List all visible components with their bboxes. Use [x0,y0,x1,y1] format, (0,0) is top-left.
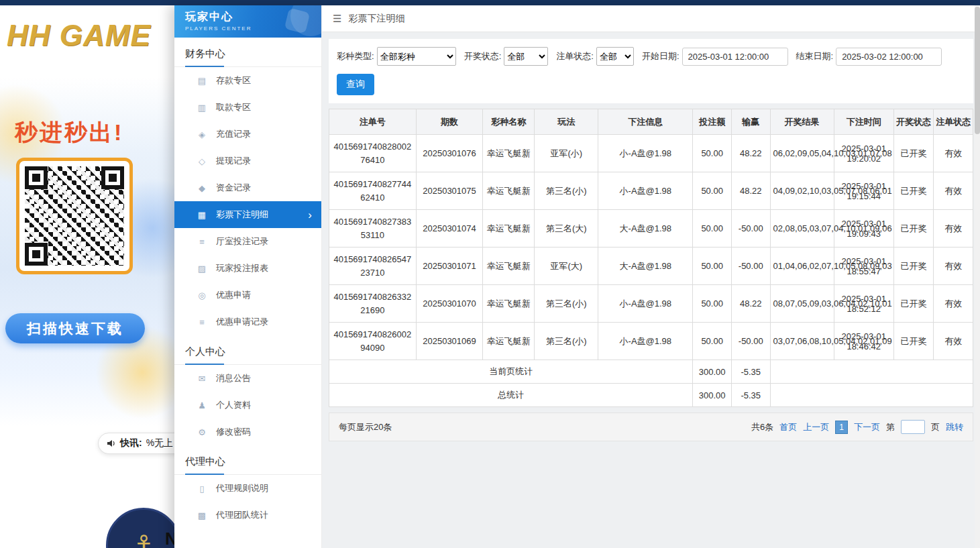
cell: 已开奖 [893,248,934,285]
sidebar-item-profile[interactable]: ♟ 个人资料 › [174,392,321,419]
cell: 401569174082600294090 [329,323,417,360]
scrollbar-track [975,5,980,548]
cell: 50.00 [693,210,732,248]
summary-bet-total: 300.00 [693,360,732,384]
sidebar-item-label: 存款专区 [216,74,251,87]
summary-empty [770,384,973,407]
prev-page-link[interactable]: 上一页 [803,421,829,433]
lottery-type-label: 彩种类型: [337,50,374,62]
sidebar-item-label: 玩家投注报表 [216,262,268,274]
cell: 小-A盘@1.98 [598,285,693,323]
summary-win-loss: -5.35 [731,360,770,384]
lottery-type-select[interactable]: 全部彩种 [377,47,456,66]
column-header: 彩种名称 [483,109,535,135]
sidebar-item-lottery-bet-details[interactable]: ▦ 彩票下注明细 › [174,201,321,228]
players-center-panel: 玩家中心 PLAYERS CENTER 财务中心 ▤ 存款专区 › ▥ 取款专区… [174,5,980,548]
sidebar-item-label: 资金记录 [216,182,251,194]
main-content: ☰ 彩票下注明细 彩种类型: 全部彩种 开奖状态: 全部 注单状态 [322,5,980,548]
start-date-input[interactable] [682,48,788,66]
sidebar-item-label: 优惠申请 [216,289,251,301]
cell: 已开奖 [893,323,934,360]
sidebar-item-recharge-records[interactable]: ◈ 充值记录 › [174,121,321,148]
page-jump-input[interactable] [901,420,925,434]
qr-pattern [25,166,124,266]
cell: 已开奖 [893,135,934,172]
sidebar-item-label: 优惠申请记录 [216,316,268,328]
sidebar-item-label: 取款专区 [216,101,251,113]
sidebar-item-withdrawal-records[interactable]: ◇ 提现记录 › [174,148,321,174]
qr-finder-icon [25,166,48,189]
sidebar-item-deposit[interactable]: ▤ 存款专区 › [174,67,321,94]
withdraw-icon: ▥ [196,103,208,113]
scrollbar-thumb[interactable] [975,7,980,134]
top-navy-strip [0,0,980,5]
cell: 20250301075 [416,172,483,210]
column-header: 开奖状态 [893,109,934,135]
pagination-bar: 每页显示20条 共6条 首页 上一页 1 下一页 第 页 跳转 [329,413,973,441]
pager: 共6条 首页 上一页 1 下一页 第 页 跳转 [751,420,963,434]
cell: 小-A盘@1.98 [598,135,693,172]
qr-code [16,158,133,274]
cell: 有效 [934,323,973,360]
summary-label: 当前页统计 [329,360,693,384]
total-count: 共6条 [751,421,773,433]
sidebar-item-password[interactable]: ⚙ 修改密码 › [174,419,321,445]
cell: 有效 [934,248,973,285]
summary-bet-total: 300.00 [693,384,732,407]
cell: 已开奖 [893,210,934,248]
draw-status-label: 开奖状态: [464,50,502,62]
sidebar-item-promo-apply[interactable]: ◎ 优惠申请 › [174,282,321,309]
sidebar-section: 个人中心 ✉ 消息公告 › ♟ 个人资料 › ⚙ 修改密码 › [174,335,321,445]
page-title: 彩票下注明细 [348,13,404,25]
agent-rules-icon: ▯ [196,484,208,494]
cell: 已开奖 [893,285,934,323]
cell: 08,07,05,09,03,06,04,02,10,01 [770,285,834,323]
cell: 50.00 [693,135,732,172]
order-status-label: 注单状态: [556,50,594,62]
sidebar-item-agent-rules[interactable]: ▯ 代理规则说明 › [174,475,321,502]
sidebar-section-items: ▤ 存款专区 › ▥ 取款专区 › ◈ 充值记录 › ◇ 提现记录 › ◆ 资金… [174,67,321,335]
next-page-link[interactable]: 下一页 [854,421,880,433]
first-page-link[interactable]: 首页 [779,421,797,433]
download-button[interactable]: 扫描快速下载 [5,313,145,343]
hamburger-icon[interactable]: ☰ [333,13,341,25]
cell: 亚军(小) [535,135,598,172]
order-status-select[interactable]: 全部 [596,47,634,66]
cell: 有效 [934,210,973,248]
sidebar-item-label: 个人资料 [216,399,251,411]
cell: 50.00 [693,172,732,210]
cell: 小-A盘@1.98 [598,323,693,360]
sidebar-section-items: ✉ 消息公告 › ♟ 个人资料 › ⚙ 修改密码 › [174,365,321,445]
sidebar-item-promo-apply-records[interactable]: ≡ 优惠申请记录 › [174,309,321,335]
sidebar-title: 玩家中心 [185,10,321,24]
end-date-input[interactable] [836,48,942,66]
bets-table: 注单号期数彩种名称玩法下注信息投注额输赢开奖结果下注时间开奖状态注单状态 401… [329,109,973,407]
site-logo: HH GAME [7,19,151,52]
column-header: 开奖结果 [770,109,834,135]
sidebar-item-player-bet-report[interactable]: ▨ 玩家投注报表 › [174,255,321,282]
cell: 20250301071 [416,248,483,285]
sidebar-item-label: 修改密码 [216,426,251,438]
sidebar-item-fund-records[interactable]: ◆ 资金记录 › [174,174,321,201]
cell: 有效 [934,172,973,210]
sidebar-item-withdraw[interactable]: ▥ 取款专区 › [174,94,321,121]
cell: 20250301070 [416,285,483,323]
promo-apply-records-icon: ≡ [196,317,208,327]
cell: 401569174082633221690 [329,285,417,323]
cell: 03,07,06,08,10,05,04,02,01,09 [770,323,834,360]
summary-row-current-page: 当前页统计 300.00 -5.35 [329,360,973,384]
current-page[interactable]: 1 [835,421,848,434]
player-bet-report-icon: ▨ [196,264,208,274]
draw-status-select[interactable]: 全部 [504,47,548,66]
query-button[interactable]: 查询 [337,74,374,95]
cell: 幸运飞艇新 [483,248,535,285]
sidebar-item-announcement[interactable]: ✉ 消息公告 › [174,365,321,392]
column-header: 注单状态 [934,109,973,135]
sidebar-item-hall-bet-records[interactable]: ≡ 厅室投注记录 › [174,228,321,255]
sidebar-item-agent-team-stats[interactable]: ▩ 代理团队统计 › [174,502,321,529]
cell: 02,08,05,03,07,04,10,01,09,06 [770,210,834,248]
end-date-label: 结束日期: [796,50,834,62]
jump-link[interactable]: 跳转 [946,421,963,433]
qr-finder-icon [25,243,48,266]
cell: 有效 [934,135,973,172]
